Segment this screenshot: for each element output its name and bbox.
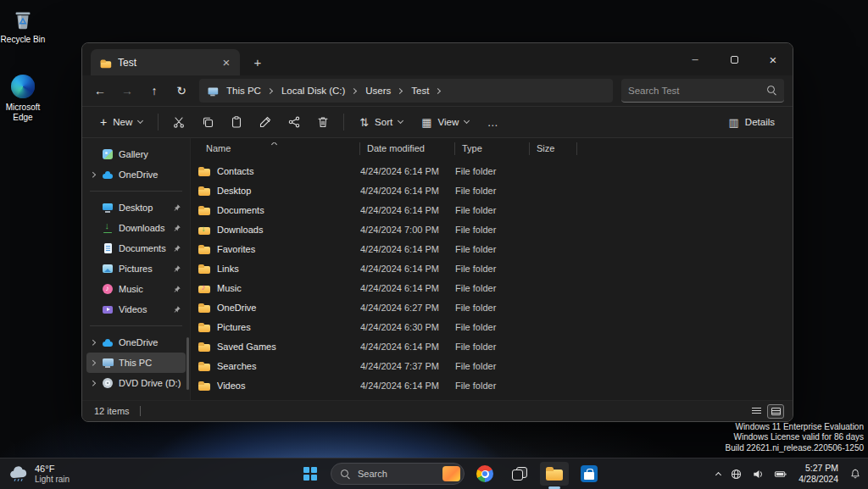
- refresh-button[interactable]: [169, 79, 194, 103]
- expand-chevron-icon[interactable]: [89, 206, 97, 210]
- file-row[interactable]: Saved Games 4/24/2024 6:14 PM File folde…: [191, 336, 793, 356]
- sidebar-item[interactable]: OneDrive: [86, 164, 186, 185]
- expand-chevron-icon[interactable]: [89, 267, 97, 271]
- file-row[interactable]: Music 4/24/2024 6:14 PM File folder: [191, 278, 793, 297]
- file-row[interactable]: Favorites 4/24/2024 6:14 PM File folder: [191, 239, 793, 258]
- breadcrumb-item[interactable]: Test: [406, 84, 444, 97]
- expand-chevron-icon[interactable]: [89, 153, 97, 157]
- explorer-search-box[interactable]: [621, 79, 784, 103]
- divider: [90, 191, 182, 192]
- new-button[interactable]: + New: [92, 110, 150, 134]
- task-view-button[interactable]: [505, 462, 534, 486]
- sidebar-item[interactable]: OneDrive: [86, 332, 186, 353]
- view-button[interactable]: ▦ View: [414, 110, 476, 134]
- more-button[interactable]: …: [480, 110, 505, 134]
- file-row[interactable]: Contacts 4/24/2024 6:14 PM File folder: [191, 161, 793, 181]
- chevron-right-icon[interactable]: [351, 87, 357, 93]
- close-button[interactable]: [754, 43, 793, 75]
- file-row[interactable]: Links 4/24/2024 6:14 PM File folder: [191, 258, 793, 278]
- file-explorer-icon: [546, 467, 563, 481]
- share-button[interactable]: [281, 110, 307, 134]
- file-list: Contacts 4/24/2024 6:14 PM File folder D…: [191, 159, 793, 400]
- sidebar-item[interactable]: Desktop: [86, 197, 186, 218]
- maximize-button[interactable]: [715, 43, 754, 75]
- back-button[interactable]: [87, 79, 113, 103]
- file-row[interactable]: Documents 4/24/2024 6:14 PM File folder: [191, 200, 793, 219]
- more-icon: …: [487, 116, 498, 129]
- expand-chevron-icon[interactable]: [89, 173, 97, 177]
- breadcrumb-item[interactable]: Users: [360, 84, 406, 97]
- column-header-date-modified[interactable]: Date modified: [360, 142, 455, 155]
- sidebar-item[interactable]: DVD Drive (D:) C: [86, 373, 186, 393]
- file-row[interactable]: Desktop 4/24/2024 6:14 PM File folder: [191, 181, 793, 200]
- status-bar: 12 items: [82, 400, 793, 421]
- details-button[interactable]: ▥ Details: [721, 110, 782, 134]
- paste-button[interactable]: [224, 110, 249, 134]
- expand-chevron-icon[interactable]: [89, 308, 97, 312]
- tab-test[interactable]: Test: [91, 49, 240, 75]
- chevron-right-icon[interactable]: [267, 87, 273, 93]
- explorer-search-input[interactable]: [628, 86, 766, 96]
- chevron-right-icon[interactable]: [397, 87, 403, 93]
- expand-chevron-icon[interactable]: [89, 226, 97, 231]
- sidebar-item[interactable]: Downloads: [86, 218, 186, 238]
- breadcrumb-item[interactable]: Local Disk (C:): [276, 84, 360, 97]
- notification-button[interactable]: [845, 462, 865, 486]
- expand-chevron-icon[interactable]: [89, 247, 97, 251]
- rename-button[interactable]: [253, 110, 278, 134]
- taskbar-chrome-button[interactable]: [470, 462, 499, 486]
- file-row[interactable]: Searches 4/24/2024 7:37 PM File folder: [191, 356, 793, 375]
- list-view-toggle[interactable]: [748, 404, 765, 419]
- column-header-name[interactable]: Name: [191, 142, 360, 155]
- expand-chevron-icon[interactable]: [89, 287, 97, 292]
- file-row[interactable]: Downloads 4/24/2024 7:00 PM File folder: [191, 219, 793, 239]
- taskbar-file-explorer-button[interactable]: [540, 462, 569, 486]
- forward-button[interactable]: [114, 79, 140, 103]
- file-row[interactable]: Videos 4/24/2024 6:14 PM File folder: [191, 375, 793, 395]
- copy-button[interactable]: [195, 110, 220, 134]
- sidebar-item[interactable]: Videos: [86, 299, 186, 320]
- search-highlight-icon[interactable]: [442, 466, 460, 481]
- column-header-type[interactable]: Type: [455, 142, 530, 155]
- network-button[interactable]: [726, 462, 747, 486]
- expand-chevron-icon[interactable]: [89, 361, 97, 365]
- breadcrumb-item[interactable]: This PC: [221, 84, 276, 97]
- clock[interactable]: 5:27 PM 4/28/2024: [793, 463, 844, 485]
- sidebar-item[interactable]: Pictures: [86, 258, 186, 279]
- minimize-button[interactable]: [676, 43, 715, 75]
- pin-icon: [173, 244, 181, 253]
- new-tab-button[interactable]: +: [247, 52, 269, 72]
- taskbar-search[interactable]: Search: [331, 463, 465, 485]
- up-button[interactable]: [142, 79, 167, 103]
- view-icon: ▦: [421, 116, 431, 129]
- battery-button[interactable]: [770, 462, 792, 486]
- sidebar-item[interactable]: This PC: [86, 353, 186, 373]
- sort-button[interactable]: ⇅ Sort: [352, 110, 410, 134]
- desktop-icon-edge[interactable]: Microsoft Edge: [0, 73, 50, 123]
- expand-chevron-icon[interactable]: [89, 341, 97, 345]
- file-row[interactable]: Pictures 4/24/2024 6:30 PM File folder: [191, 317, 793, 336]
- tray-time: 5:27 PM: [798, 463, 838, 474]
- tray-expand-button[interactable]: [712, 462, 725, 486]
- delete-button[interactable]: [310, 110, 336, 134]
- chevron-right-icon[interactable]: [435, 87, 441, 93]
- taskbar-store-button[interactable]: [575, 462, 604, 486]
- file-row[interactable]: OneDrive 4/24/2024 6:27 PM File folder: [191, 297, 793, 317]
- weather-widget[interactable]: 46°F Light rain: [2, 458, 76, 489]
- start-button[interactable]: [296, 462, 325, 486]
- folder-icon: [198, 359, 211, 373]
- copy-icon: [201, 115, 214, 129]
- sidebar-item[interactable]: Gallery: [86, 144, 186, 164]
- desktop-icon-recycle-bin[interactable]: Recycle Bin: [0, 5, 50, 45]
- maximize-icon: [731, 56, 738, 64]
- tab-close-icon[interactable]: [220, 56, 233, 69]
- expand-chevron-icon[interactable]: [89, 381, 97, 386]
- volume-button[interactable]: [748, 462, 769, 486]
- sidebar-scrollbar[interactable]: [186, 337, 189, 390]
- paste-icon: [230, 115, 243, 129]
- cut-button[interactable]: [166, 110, 192, 134]
- column-header-size[interactable]: Size: [530, 142, 577, 155]
- sidebar-item[interactable]: Music: [86, 279, 186, 299]
- details-view-toggle[interactable]: [767, 404, 784, 419]
- sidebar-item[interactable]: Documents: [86, 238, 186, 258]
